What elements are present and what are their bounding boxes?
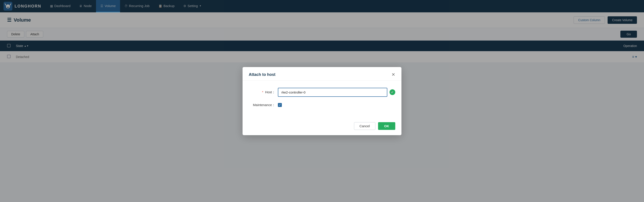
modal-overlay: Attach to host ✕ * Host： rke2-controller… <box>0 0 644 63</box>
